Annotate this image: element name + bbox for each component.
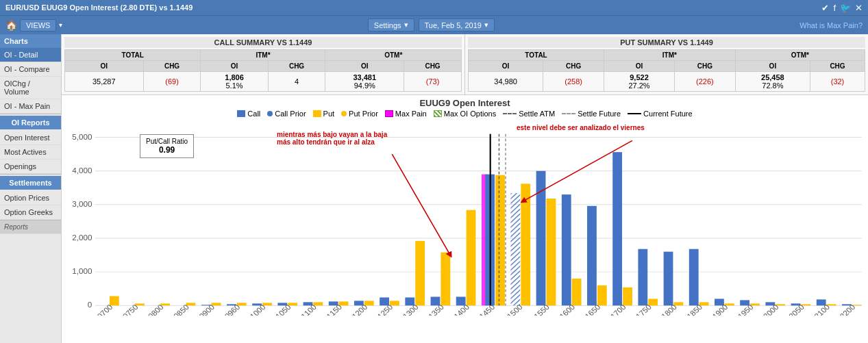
- legend-settle-atm-label: Settle ATM: [519, 110, 555, 118]
- views-button[interactable]: VIEWS: [20, 19, 56, 31]
- svg-rect-59: [648, 298, 658, 305]
- sidebar-item-option-prices[interactable]: Option Prices: [0, 191, 61, 205]
- svg-rect-52: [562, 194, 571, 305]
- call-oi-col: OI: [65, 61, 144, 72]
- home-icon[interactable]: 🏠: [5, 20, 17, 31]
- put-itm-chg: (226): [674, 72, 735, 92]
- title-icons: ✔ f 🐦 ✕: [821, 3, 863, 13]
- svg-rect-69: [776, 304, 785, 305]
- call-summary-block: CALL SUMMARY VS 1.1449 TOTAL ITM* OTM* O…: [62, 34, 465, 94]
- legend-max-pain: Max Pain: [385, 110, 427, 118]
- svg-rect-49: [521, 183, 530, 305]
- svg-rect-35: [390, 301, 399, 305]
- legend-current-future-line: [628, 113, 641, 114]
- svg-rect-44: [495, 175, 505, 306]
- svg-rect-53: [572, 279, 582, 305]
- svg-rect-65: [725, 303, 734, 305]
- put-total-chg: (258): [543, 72, 604, 92]
- svg-rect-29: [313, 302, 323, 305]
- put-itm-oi: 9,522 27.2%: [604, 72, 675, 92]
- content-area: CALL SUMMARY VS 1.1449 TOTAL ITM* OTM* O…: [62, 34, 868, 343]
- put-total-header: TOTAL: [469, 50, 604, 61]
- put-otm-oi: 25,458 72.8%: [735, 72, 810, 92]
- put-itm-oi-col: OI: [604, 61, 675, 72]
- charts-section-header[interactable]: Charts: [0, 34, 61, 48]
- call-otm-oi-col: OI: [325, 61, 404, 72]
- sidebar-item-oi-detail[interactable]: OI - Detail: [0, 48, 61, 62]
- check-icon[interactable]: ✔: [821, 3, 829, 13]
- legend-settle-atm-line: [503, 113, 517, 114]
- legend-current-future-label: Current Future: [643, 110, 693, 118]
- call-total-chg: (69): [143, 72, 201, 92]
- facebook-icon[interactable]: f: [833, 3, 836, 13]
- chart-legend: Call Call Prior Put Put Prior Max Pain: [64, 110, 865, 118]
- svg-text:0: 0: [88, 301, 92, 309]
- call-summary-table: TOTAL ITM* OTM* OI CHG OI CHG OI CHG 35,…: [64, 49, 462, 92]
- call-otm-oi: 33,481 94.9%: [325, 72, 404, 92]
- legend-put-prior: Put Prior: [341, 110, 378, 118]
- sidebar-item-oichg-volume[interactable]: OIChg / Volume: [0, 77, 61, 99]
- put-oi-col: OI: [469, 61, 543, 72]
- sidebar-item-option-greeks[interactable]: Option Greeks: [0, 205, 61, 220]
- svg-text:4,000: 4,000: [72, 166, 92, 175]
- svg-rect-73: [827, 304, 836, 305]
- svg-rect-15: [135, 303, 145, 305]
- legend-max-pain-label: Max Pain: [395, 110, 427, 118]
- put-chg-col: CHG: [543, 61, 604, 72]
- call-itm-chg: 4: [268, 72, 325, 92]
- legend-put-label: Put: [323, 110, 335, 118]
- chart-title: EUUG9 Open Interest: [64, 98, 865, 108]
- sidebar-item-openings[interactable]: Openings: [0, 160, 61, 174]
- settings-button[interactable]: Settings ▾: [368, 18, 414, 31]
- legend-max-pain-box: [385, 110, 393, 117]
- svg-rect-25: [262, 303, 272, 305]
- put-otm-chg: (32): [810, 72, 865, 92]
- views-arrow[interactable]: ▾: [59, 21, 62, 29]
- svg-rect-21: [212, 303, 221, 305]
- svg-rect-60: [664, 252, 673, 306]
- oi-reports-button[interactable]: OI Reports: [0, 116, 61, 129]
- svg-text:1,000: 1,000: [72, 267, 92, 275]
- close-icon[interactable]: ✕: [855, 3, 863, 13]
- twitter-icon[interactable]: 🐦: [840, 3, 851, 13]
- call-itm-oi: 1,806 5.1%: [201, 72, 268, 92]
- sidebar-item-open-interest[interactable]: Open Interest: [0, 131, 61, 145]
- legend-settle-future-line: [562, 113, 575, 114]
- svg-rect-58: [638, 249, 647, 306]
- put-total-oi: 34,980: [469, 72, 543, 92]
- legend-settle-future: Settle Future: [562, 110, 621, 118]
- legend-settle-atm: Settle ATM: [503, 110, 555, 118]
- toolbar: 🏠 VIEWS ▾ Settings ▾ Tue, Feb 5, 2019 ▾ …: [0, 15, 868, 34]
- svg-rect-75: [852, 305, 862, 305]
- call-otm-chg: (73): [404, 72, 462, 92]
- sidebar-item-oi-maxpain[interactable]: OI - Max Pain: [0, 99, 61, 114]
- legend-put-prior-label: Put Prior: [349, 110, 378, 118]
- put-summary-block: PUT SUMMARY VS 1.1449 TOTAL ITM* OTM* OI…: [465, 34, 868, 94]
- svg-rect-13: [110, 296, 119, 306]
- settings-arrow: ▾: [404, 21, 408, 29]
- legend-max-oi: Max OI Options: [434, 110, 496, 118]
- main-layout: Charts OI - Detail OI - Compare OIChg / …: [0, 34, 868, 343]
- sidebar: Charts OI - Detail OI - Compare OIChg / …: [0, 34, 62, 343]
- put-otm-header: OTM*: [735, 50, 865, 61]
- legend-call: Call: [237, 110, 260, 118]
- toolbar-left: 🏠 VIEWS ▾: [5, 19, 62, 31]
- sidebar-item-most-actives[interactable]: Most Actives: [0, 145, 61, 160]
- settlements-button[interactable]: Settlements: [0, 176, 61, 190]
- call-otm-chg-col: CHG: [404, 61, 462, 72]
- svg-rect-19: [186, 303, 195, 305]
- svg-rect-17: [160, 303, 170, 305]
- date-button[interactable]: Tue, Feb 5, 2019 ▾: [419, 18, 495, 31]
- legend-put-prior-dot: [341, 111, 347, 116]
- svg-rect-54: [587, 206, 597, 305]
- divider-1: [0, 114, 61, 114]
- help-link[interactable]: What is Max Pain?: [799, 21, 863, 29]
- legend-settle-future-label: Settle Future: [578, 110, 621, 118]
- sidebar-item-oi-compare[interactable]: OI - Compare: [0, 62, 61, 77]
- put-call-ratio-box: Put/Call Ratio 0.99: [140, 134, 194, 158]
- svg-rect-71: [801, 304, 810, 305]
- call-total-header: TOTAL: [65, 50, 201, 61]
- svg-rect-57: [623, 288, 632, 306]
- call-summary-title: CALL SUMMARY VS 1.1449: [64, 37, 462, 48]
- legend-call-prior-label: Call Prior: [275, 110, 306, 118]
